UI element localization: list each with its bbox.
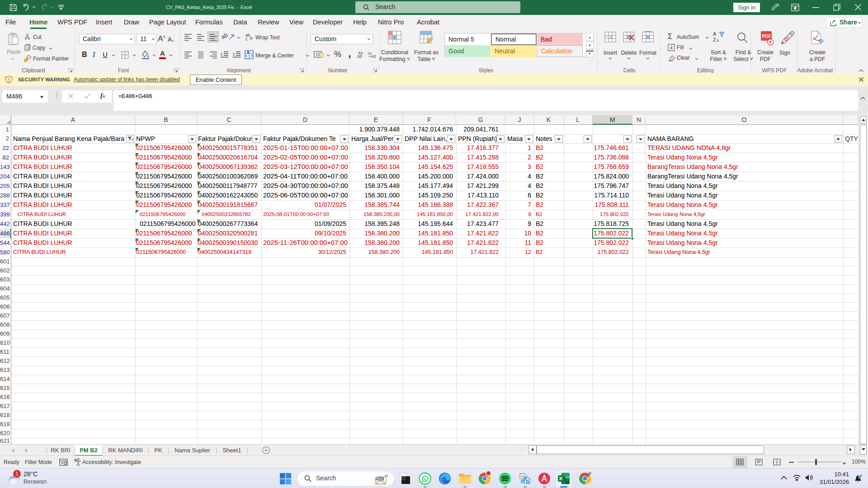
svg-text:.00: .00 (367, 52, 372, 55)
svg-text:z: z (861, 474, 862, 477)
svg-text:A: A (713, 31, 717, 37)
svg-text:c: c (245, 37, 248, 41)
svg-text:Z: Z (713, 37, 716, 42)
svg-text:0: 0 (361, 52, 363, 55)
svg-text:PDF: PDF (762, 34, 771, 39)
svg-text:a: a (247, 51, 249, 53)
